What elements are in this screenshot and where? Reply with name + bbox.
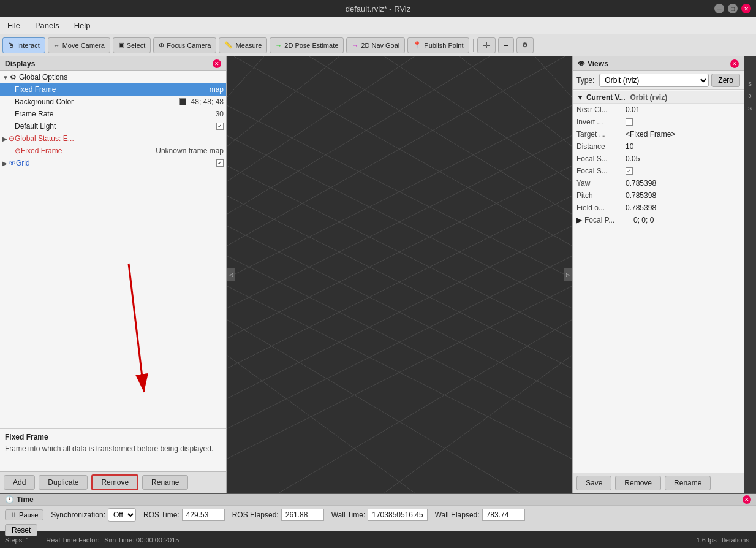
- section-arrow: ▼: [576, 93, 584, 102]
- views-row-focal-s2[interactable]: Focal S... ✓: [573, 165, 744, 177]
- maximize-button[interactable]: □: [728, 4, 738, 13]
- views-rename-button[interactable]: Rename: [665, 476, 711, 490]
- remove-display-button[interactable]: −: [498, 37, 514, 53]
- ros-time-field: ROS Time: 429.53: [143, 509, 225, 521]
- viewport-handle-left[interactable]: ◁: [227, 268, 235, 281]
- views-icon: 👁: [578, 59, 585, 68]
- arrow-icon: ▼: [2, 74, 9, 81]
- views-save-button[interactable]: Save: [576, 476, 611, 490]
- displays-close-button[interactable]: ✕: [213, 59, 221, 68]
- measure-icon: 📏: [224, 41, 233, 49]
- ros-elapsed-value: 261.88: [281, 509, 324, 521]
- move-camera-button[interactable]: ↔ Move Camera: [48, 37, 110, 53]
- sync-select[interactable]: Off: [108, 508, 136, 522]
- tree-frame-rate[interactable]: Frame Rate 30: [0, 108, 226, 120]
- menu-file[interactable]: File: [5, 20, 23, 31]
- tree-grid[interactable]: ▶ 👁 Grid ✓: [0, 157, 226, 169]
- pause-button[interactable]: ⏸ Pause: [5, 509, 43, 520]
- tree-fixed-frame-error[interactable]: ⊖ Fixed Frame Unknown frame map: [0, 145, 226, 157]
- title-bar: default.rviz* - RViz ─ □ ✕: [0, 0, 756, 17]
- views-panel: 👁 Views ✕ Type: Orbit (rviz) Zero ▼ Curr…: [572, 56, 744, 493]
- displays-tree[interactable]: ▼ ⚙ Global Options Fixed Frame map Backg…: [0, 71, 226, 428]
- pose-estimate-icon: →: [275, 42, 282, 49]
- views-row-focal-s1[interactable]: Focal S... 0.05: [573, 153, 744, 165]
- edge-label-s2: S: [748, 105, 752, 112]
- views-row-distance[interactable]: Distance 10: [573, 140, 744, 153]
- add-button[interactable]: Add: [4, 475, 35, 490]
- reset-button[interactable]: Reset: [5, 524, 37, 536]
- views-type-select[interactable]: Orbit (rviz): [599, 74, 709, 87]
- toolbar-separator: [473, 39, 474, 52]
- main-layout: Displays ✕ ▼ ⚙ Global Options Fixed Fram…: [0, 56, 756, 493]
- displays-panel: Displays ✕ ▼ ⚙ Global Options Fixed Fram…: [0, 56, 227, 493]
- viewport[interactable]: ◁ ▷: [227, 56, 572, 493]
- pose-estimate-button[interactable]: → 2D Pose Estimate: [270, 37, 344, 53]
- arrow-icon: ▶: [2, 135, 7, 142]
- views-row-fov[interactable]: Field o... 0.785398: [573, 202, 744, 214]
- description-title: Fixed Frame: [5, 433, 221, 441]
- steps-label: Steps: 1: [5, 536, 29, 544]
- views-row-yaw[interactable]: Yaw 0.785398: [573, 177, 744, 189]
- measure-button[interactable]: 📏 Measure: [219, 37, 267, 53]
- menu-bar: File Panels Help: [0, 17, 756, 34]
- tree-global-status[interactable]: ▶ ⊖ Global Status: E...: [0, 132, 226, 145]
- views-row-near-clip[interactable]: Near Cl... 0.01: [573, 104, 744, 116]
- grid-visualization: [227, 56, 572, 493]
- wall-elapsed-value: 783.74: [482, 509, 525, 521]
- duplicate-button[interactable]: Duplicate: [39, 475, 88, 490]
- tree-default-light[interactable]: Default Light ✓: [0, 120, 226, 132]
- menu-panels[interactable]: Panels: [32, 20, 62, 31]
- error-icon: ⊖: [9, 134, 15, 143]
- views-row-invert[interactable]: Invert ...: [573, 116, 744, 128]
- publish-point-icon: 📍: [413, 41, 421, 49]
- description-text: Frame into which all data is transformed…: [5, 444, 221, 454]
- focal-arrow: ▶: [576, 216, 582, 224]
- publish-point-button[interactable]: 📍 Publish Point: [407, 37, 469, 53]
- focal-s-checkbox[interactable]: ✓: [626, 167, 633, 175]
- views-row-focal-p[interactable]: ▶ Focal P... 0; 0; 0: [573, 214, 744, 226]
- tree-fixed-frame[interactable]: Fixed Frame map: [0, 83, 226, 96]
- views-close-button[interactable]: ✕: [730, 59, 739, 68]
- tree-global-options[interactable]: ▼ ⚙ Global Options: [0, 71, 226, 83]
- grid-checkbox[interactable]: ✓: [216, 159, 224, 167]
- wall-time-field: Wall Time: 1703850516.45: [331, 509, 428, 521]
- fps-label: 1.6 fps: [697, 536, 717, 544]
- views-remove-button[interactable]: Remove: [615, 476, 661, 490]
- color-swatch: [179, 98, 186, 105]
- time-title: Time: [17, 495, 34, 504]
- sim-time-label: Sim Time: 00:00:00:2015: [104, 536, 179, 544]
- sync-label: Synchronization:: [51, 511, 105, 519]
- svg-rect-2: [227, 56, 572, 493]
- views-row-target[interactable]: Target ... <Fixed Frame>: [573, 128, 744, 140]
- views-zero-button[interactable]: Zero: [711, 74, 740, 87]
- views-section-header[interactable]: ▼ Current V... Orbit (rviz): [573, 91, 744, 104]
- rename-button[interactable]: Rename: [142, 475, 188, 490]
- views-type-label: Type:: [576, 76, 594, 85]
- viewport-handle-right[interactable]: ▷: [564, 268, 572, 281]
- views-tree[interactable]: ▼ Current V... Orbit (rviz) Near Cl... 0…: [573, 90, 744, 473]
- default-light-checkbox[interactable]: ✓: [216, 123, 224, 130]
- sync-field: Synchronization: Off: [51, 508, 136, 522]
- time-close-button[interactable]: ✕: [743, 495, 751, 504]
- clock-icon: 🕐: [5, 495, 14, 504]
- add-display-button[interactable]: ✛: [477, 37, 496, 53]
- views-buttons: Save Remove Rename: [573, 473, 744, 493]
- focus-camera-button[interactable]: ⊕ Focus Camera: [153, 37, 216, 53]
- displays-title: Displays: [5, 59, 35, 68]
- views-row-pitch[interactable]: Pitch 0.785398: [573, 189, 744, 202]
- tree-background-color[interactable]: Background Color 48; 48; 48: [0, 96, 226, 108]
- close-button[interactable]: ✕: [741, 4, 751, 13]
- select-button[interactable]: ▣ Select: [113, 37, 151, 53]
- edge-label-s: S: [748, 81, 752, 87]
- invert-checkbox[interactable]: [626, 118, 633, 126]
- error-icon-small: ⊖: [15, 147, 21, 155]
- iterations-label: Iterations:: [722, 536, 751, 544]
- nav-goal-button[interactable]: → 2D Nav Goal: [346, 37, 405, 53]
- gear-icon: ⚙: [10, 73, 17, 82]
- minimize-button[interactable]: ─: [714, 4, 724, 13]
- remove-button[interactable]: Remove: [91, 474, 138, 490]
- edge-label-0: 0: [748, 93, 751, 99]
- settings-button[interactable]: ⚙: [516, 37, 534, 53]
- menu-help[interactable]: Help: [72, 20, 93, 31]
- interact-button[interactable]: 🖱 Interact: [2, 37, 45, 53]
